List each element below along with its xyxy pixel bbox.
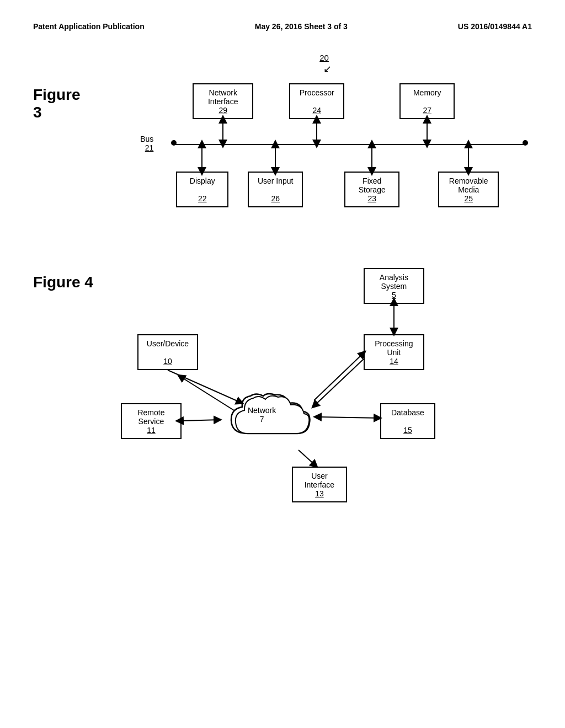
figure4-section: Figure 4 Analysis System 5 Processing Un… xyxy=(33,263,532,511)
header-center: May 26, 2016 Sheet 3 of 3 xyxy=(255,22,348,31)
header-right: US 2016/0149844 A1 xyxy=(458,22,532,31)
svg-line-13 xyxy=(319,417,380,418)
svg-line-12 xyxy=(314,352,365,400)
processing-unit-box: Processing Unit 14 xyxy=(364,334,424,370)
user-device-box: User/Device 10 xyxy=(137,334,198,370)
header-left: Patent Application Publication xyxy=(33,22,145,31)
figure4-label: Figure 4 xyxy=(33,274,93,291)
user-interface-box: User Interface 13 xyxy=(292,467,347,502)
figure4-diagram: Analysis System 5 Processing Unit 14 Use… xyxy=(110,263,468,511)
page: Patent Application Publication May 26, 2… xyxy=(0,0,565,728)
fig3-arrows xyxy=(162,53,532,218)
figure3-label: Figure 3 xyxy=(33,86,90,121)
remote-service-box: Remote Service 11 xyxy=(121,403,182,439)
page-header: Patent Application Publication May 26, 2… xyxy=(33,22,532,31)
bus-label: Bus 21 xyxy=(140,135,153,152)
svg-line-10 xyxy=(182,420,220,421)
network-cloud: Network 7 xyxy=(220,389,319,450)
network-label: Network 7 xyxy=(248,406,276,424)
analysis-system-box: Analysis System 5 xyxy=(364,268,424,304)
database-box: Database 15 xyxy=(380,403,435,439)
svg-line-14 xyxy=(299,450,317,467)
svg-line-11 xyxy=(313,359,364,407)
figure3-section: Figure 3 20 ↙ Bus 21 Net xyxy=(33,53,532,229)
figure3-diagram: 20 ↙ Bus 21 Network Interface 29 xyxy=(162,53,532,229)
